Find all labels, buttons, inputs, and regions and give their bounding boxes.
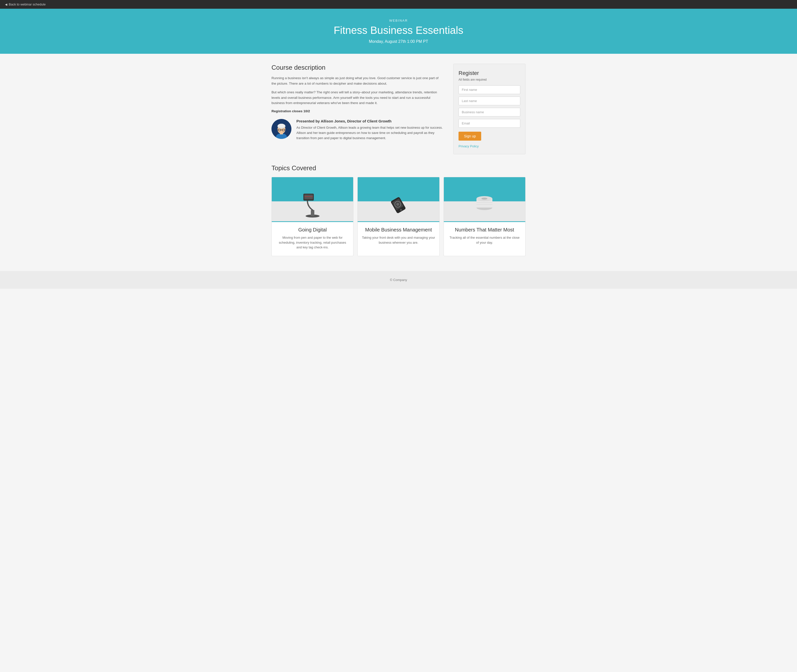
hero-label: WEBINAR <box>5 19 792 22</box>
signup-button[interactable]: Sign up <box>459 132 481 141</box>
presenter-section: Presented by Allison Jones, Director of … <box>271 119 443 141</box>
main-content: Course description Running a business is… <box>266 54 531 164</box>
svg-rect-12 <box>311 210 314 216</box>
topic-img-going-digital <box>272 177 353 222</box>
topic-card-numbers: Numbers That Matter Most Tracking all of… <box>444 177 526 256</box>
topic-name-1: Mobile Business Management <box>362 227 435 233</box>
footer: © Company <box>0 271 797 289</box>
topic-desc-1: Taking your front desk with you and mana… <box>362 235 435 245</box>
register-column: Register All fields are required Sign up… <box>453 64 526 154</box>
presenter-avatar <box>271 119 292 139</box>
topic-desc-2: Tracking all of the essential numbers at… <box>448 235 521 245</box>
topics-title: Topics Covered <box>271 164 526 172</box>
email-input[interactable] <box>459 119 520 128</box>
topic-name-2: Numbers That Matter Most <box>448 227 521 233</box>
barcode-scanner-icon <box>301 188 324 219</box>
register-box: Register All fields are required Sign up… <box>453 64 526 154</box>
left-column: Course description Running a business is… <box>271 64 443 141</box>
topics-grid: Going Digital Moving from pen and paper … <box>271 177 526 256</box>
topic-body-going-digital: Going Digital Moving from pen and paper … <box>272 222 353 256</box>
topic-img-numbers <box>444 177 525 222</box>
topics-section: Topics Covered <box>266 164 531 266</box>
first-name-input[interactable] <box>459 85 520 94</box>
topic-card-going-digital: Going Digital Moving from pen and paper … <box>271 177 353 256</box>
back-arrow-icon: ◀ <box>5 3 7 6</box>
register-required-label: All fields are required <box>459 78 520 82</box>
mobile-device-icon <box>388 190 409 219</box>
registration-closes: Registration closes 10/2 <box>271 109 443 113</box>
paper-roll-icon <box>473 190 496 219</box>
svg-point-24 <box>481 198 488 200</box>
course-para-1: Running a business isn't always as simpl… <box>271 75 443 86</box>
back-link[interactable]: ◀ Back to webinar schedule <box>5 3 46 6</box>
hero-banner: WEBINAR Fitness Business Essentials Mond… <box>0 9 797 54</box>
footer-copyright: © Company <box>390 278 407 282</box>
presenter-name: Presented by Allison Jones, Director of … <box>297 119 443 123</box>
svg-point-5 <box>278 124 285 128</box>
top-bar: ◀ Back to webinar schedule <box>0 0 797 9</box>
topic-img-mobile <box>358 177 439 222</box>
register-title: Register <box>459 70 520 77</box>
back-link-label: Back to webinar schedule <box>9 3 46 6</box>
privacy-policy-link[interactable]: Privacy Policy <box>459 144 479 148</box>
business-name-input[interactable] <box>459 108 520 117</box>
presenter-bio: As Director of Client Growth, Allison le… <box>297 125 443 141</box>
hero-date: Monday, August 27th 1:00 PM PT <box>5 39 792 44</box>
course-description-title: Course description <box>271 64 443 72</box>
topic-name-0: Going Digital <box>276 227 349 233</box>
topic-card-mobile: Mobile Business Management Taking your f… <box>358 177 439 256</box>
topic-body-mobile: Mobile Business Management Taking your f… <box>358 222 439 251</box>
hero-title: Fitness Business Essentials <box>5 24 792 36</box>
topic-desc-0: Moving from pen and paper to the web for… <box>276 235 349 250</box>
last-name-input[interactable] <box>459 96 520 105</box>
presenter-info: Presented by Allison Jones, Director of … <box>297 119 443 141</box>
course-para-2: But which ones really matter? The right … <box>271 90 443 106</box>
svg-rect-14 <box>305 195 313 199</box>
topic-body-numbers: Numbers That Matter Most Tracking all of… <box>444 222 525 251</box>
